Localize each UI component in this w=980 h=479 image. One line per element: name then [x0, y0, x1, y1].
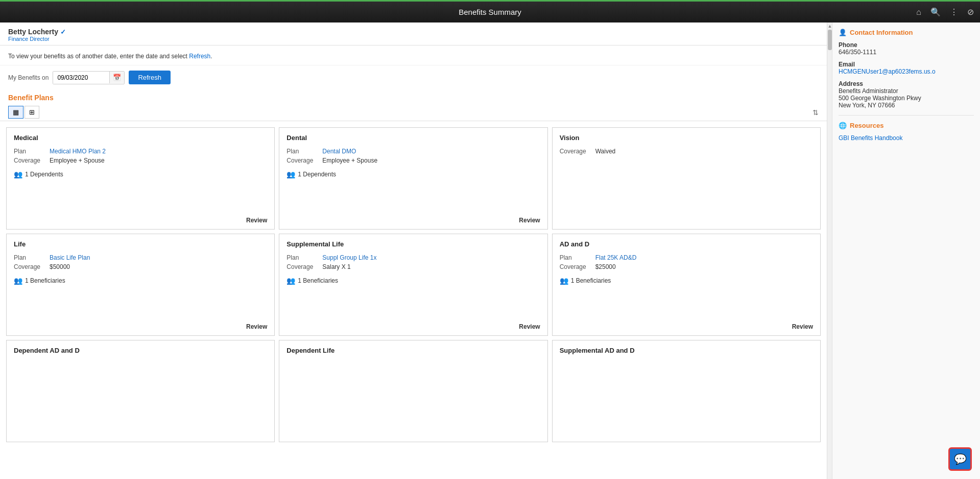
dependents-count[interactable]: 1 Beneficiaries: [571, 277, 611, 284]
card-coverage-row-dental: Coverage Employee + Spouse: [286, 157, 540, 164]
coverage-value: Waived: [595, 148, 616, 155]
plan-label: Plan: [560, 254, 595, 261]
user-header: Betty Locherty ✓ Finance Director: [0, 22, 827, 45]
plan-value: Dental DMO: [322, 148, 356, 155]
resources-title: 🌐 Resources: [839, 122, 974, 129]
refresh-link[interactable]: Refresh: [189, 53, 210, 60]
dependents-icon: 👥: [14, 170, 22, 178]
card-plan-row-medical: Plan Medical HMO Plan 2: [14, 148, 267, 155]
card-title-medical: Medical: [14, 134, 267, 142]
search-icon[interactable]: 🔍: [930, 7, 941, 17]
card-title-vision: Vision: [560, 134, 813, 142]
card-coverage-row-ad-and-d: Coverage $25000: [560, 263, 813, 270]
card-review-dental[interactable]: Review: [519, 217, 540, 224]
email-value[interactable]: HCMGENUser1@ap6023fems.us.o: [839, 68, 974, 75]
card-title-dependent-life: Dependent Life: [286, 347, 540, 354]
dependents-count[interactable]: 1 Beneficiaries: [298, 277, 338, 284]
plan-label: Plan: [286, 148, 322, 155]
plan-value: Basic Life Plan: [50, 254, 90, 261]
home-icon[interactable]: ⌂: [916, 8, 921, 17]
benefit-card-medical: Medical Plan Medical HMO Plan 2 Coverage…: [6, 127, 275, 230]
address-line2: 500 George Washington Pkwy: [839, 95, 974, 102]
card-review-life[interactable]: Review: [246, 323, 267, 330]
email-label: Email: [839, 61, 974, 68]
scrollbar[interactable]: ▲: [827, 22, 832, 479]
plan-value: Medical HMO Plan 2: [50, 148, 106, 155]
card-review-ad-and-d[interactable]: Review: [792, 323, 813, 330]
email-field: Email HCMGENUser1@ap6023fems.us.o: [839, 61, 974, 75]
card-title-dental: Dental: [286, 134, 540, 142]
benefit-plans-title: Benefit Plans: [8, 94, 54, 102]
dependents-icon: 👥: [560, 277, 568, 285]
coverage-label: Coverage: [286, 263, 322, 270]
benefit-card-dependent-ad-and-d: Dependent AD and D: [6, 340, 275, 442]
benefit-card-dependent-life: Dependent Life: [279, 340, 547, 442]
plan-label: Plan: [14, 254, 50, 261]
more-menu-icon[interactable]: ⋮: [950, 7, 958, 17]
my-benefits-label: My Benefits on: [8, 74, 49, 81]
close-icon[interactable]: ⊘: [967, 7, 974, 17]
cards-grid: Medical Plan Medical HMO Plan 2 Coverage…: [0, 121, 827, 448]
view-toggle-buttons: ▦ ⊞: [8, 106, 39, 119]
plan-value: Flat 25K AD&D: [595, 254, 637, 261]
coverage-value: Employee + Spouse: [50, 157, 105, 164]
address-line1: Benefits Administrator: [839, 87, 974, 95]
contact-info-title: 👤 Contact Information: [839, 29, 974, 36]
page-title: Benefits Summary: [459, 8, 521, 16]
card-title-ad-and-d: AD and D: [560, 240, 813, 248]
coverage-value: $25000: [595, 263, 616, 270]
benefit-card-dental: Dental Plan Dental DMO Coverage Employee…: [279, 127, 547, 230]
card-view-button[interactable]: ▦: [8, 106, 23, 119]
card-title-supplemental-ad-and-d: Supplemental AD and D: [560, 347, 813, 354]
benefit-card-supplemental-life: Supplemental Life Plan Suppl Group Life …: [279, 234, 547, 336]
table-view-button[interactable]: ⊞: [25, 106, 39, 119]
benefit-card-life: Life Plan Basic Life Plan Coverage $5000…: [6, 234, 275, 336]
date-input[interactable]: [53, 72, 109, 84]
chat-icon: 💬: [954, 453, 967, 465]
calendar-icon[interactable]: 📅: [109, 72, 124, 83]
dependents-icon: 👥: [14, 277, 22, 285]
card-review-medical[interactable]: Review: [246, 217, 267, 224]
coverage-label: Coverage: [14, 263, 50, 270]
card-coverage-row-supplemental-life: Coverage Salary X 1: [286, 263, 540, 270]
globe-icon: 🌐: [839, 122, 847, 129]
main-layout: Betty Locherty ✓ Finance Director To vie…: [0, 22, 980, 479]
card-dependents-life: 👥 1 Beneficiaries: [14, 277, 267, 285]
phone-value: 646/350-1111: [839, 49, 974, 56]
user-role: Finance Director: [8, 36, 819, 42]
card-dependents-medical: 👥 1 Dependents: [14, 170, 267, 178]
refresh-button[interactable]: Refresh: [129, 71, 171, 84]
card-review-supplemental-life[interactable]: Review: [519, 323, 540, 330]
handbook-link[interactable]: GBI Benefits Handbook: [839, 134, 974, 142]
verified-icon: ✓: [60, 28, 66, 36]
card-title-supplemental-life: Supplemental Life: [286, 240, 540, 248]
coverage-value: Salary X 1: [322, 263, 350, 270]
dependents-count[interactable]: 1 Beneficiaries: [25, 277, 65, 284]
phone-label: Phone: [839, 41, 974, 49]
card-plan-row-life: Plan Basic Life Plan: [14, 254, 267, 261]
dependents-count[interactable]: 1 Dependents: [25, 171, 63, 178]
coverage-value: $50000: [50, 263, 70, 270]
date-input-wrap: 📅: [53, 71, 125, 84]
benefit-card-supplemental-ad-and-d: Supplemental AD and D: [552, 340, 821, 442]
card-title-dependent-ad-and-d: Dependent AD and D: [14, 347, 267, 354]
sidebar-divider: [839, 115, 974, 116]
card-dependents-dental: 👥 1 Dependents: [286, 170, 540, 178]
plan-label: Plan: [14, 148, 50, 155]
view-toggle-bar: ▦ ⊞ ⇅: [0, 104, 827, 121]
coverage-value: Employee + Spouse: [322, 157, 377, 164]
address-label: Address: [839, 80, 974, 87]
coverage-label: Coverage: [560, 148, 595, 155]
sort-icon[interactable]: ⇅: [812, 108, 819, 117]
card-title-life: Life: [14, 240, 267, 248]
coverage-label: Coverage: [14, 157, 50, 164]
card-coverage-row-vision: Coverage Waived: [560, 148, 813, 155]
dependents-icon: 👥: [286, 277, 295, 285]
info-text: To view your benefits as of another date…: [0, 45, 827, 65]
card-coverage-row-medical: Coverage Employee + Spouse: [14, 157, 267, 164]
scroll-thumb[interactable]: [828, 30, 832, 50]
dependents-icon: 👥: [286, 170, 295, 178]
right-sidebar: 👤 Contact Information Phone 646/350-1111…: [832, 22, 980, 479]
chat-button[interactable]: 💬: [948, 447, 972, 471]
dependents-count[interactable]: 1 Dependents: [298, 171, 336, 178]
